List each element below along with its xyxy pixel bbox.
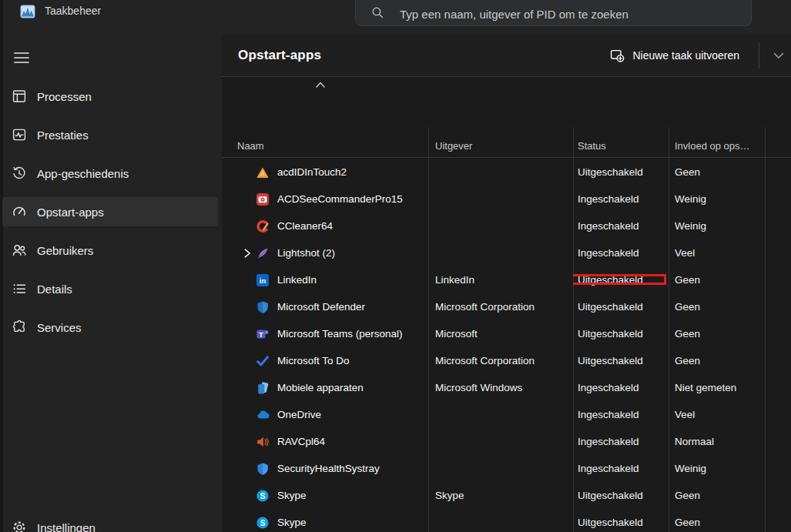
publisher-cell: Microsoft Windows <box>428 382 573 393</box>
sidebar-item-services[interactable]: Services <box>2 313 218 342</box>
todo-app-icon <box>256 354 270 368</box>
svg-text:S: S <box>260 518 266 527</box>
table-row[interactable]: T Microsoft Teams (personal) Microsoft U… <box>222 320 791 347</box>
table-body: acdIDInTouch2 Uitgeschakeld Geen ACDSeeC… <box>222 159 791 532</box>
table-row[interactable]: CCleaner64 Ingeschakeld Weinig <box>222 212 791 239</box>
menu-toggle-button[interactable] <box>7 43 36 72</box>
app-history-icon <box>12 166 27 181</box>
status-cell: Ingeschakeld <box>573 193 669 205</box>
skype-app-icon: S <box>256 516 270 530</box>
lightshot-app-icon <box>256 246 270 260</box>
svg-text:in: in <box>260 276 266 284</box>
expander-spacer <box>239 194 256 205</box>
expander-spacer <box>239 302 256 313</box>
expander-spacer <box>239 437 256 447</box>
expander-spacer <box>239 410 256 420</box>
table-row[interactable]: in LinkedIn LinkedIn Uitgeschakeld Geen <box>222 266 791 293</box>
table-row[interactable]: S Skype Skype Uitgeschakeld Geen <box>222 482 791 509</box>
svg-text:S: S <box>260 491 266 500</box>
expander-spacer <box>239 167 256 178</box>
column-header-invloed[interactable]: Invloed op ops… <box>675 140 750 152</box>
search-icon <box>371 6 384 19</box>
search-input[interactable] <box>400 8 740 21</box>
teams-app-icon: T <box>256 327 270 341</box>
sidebar-item-label: Processen <box>37 90 92 103</box>
table-row[interactable]: OneDrive Ingeschakeld Veel <box>222 401 791 428</box>
acdsee-app-icon <box>256 192 270 206</box>
impact-cell: Veel <box>669 409 765 420</box>
startup-apps-icon <box>12 204 27 219</box>
sidebar-item-instellingen[interactable]: Instellingen <box>2 513 218 532</box>
name-cell: CCleaner64 <box>222 219 428 233</box>
page-header: Opstart-apps Nieuwe taak uitvoeren <box>222 35 791 77</box>
mobile-devices-app-icon <box>256 381 270 395</box>
acdid-app-icon <box>256 166 270 179</box>
app-name: Skype <box>277 490 307 501</box>
app-name: Microsoft Teams (personal) <box>277 328 403 340</box>
expander-spacer <box>239 490 256 501</box>
impact-cell: Weinig <box>669 220 765 232</box>
status-cell: Ingeschakeld <box>573 220 669 232</box>
table-row[interactable]: Microsoft To Do Microsoft Corporation Ui… <box>222 347 791 374</box>
processes-icon <box>12 89 27 104</box>
linkedin-app-icon: in <box>256 273 270 287</box>
publisher-cell: Microsoft Corporation <box>428 301 573 313</box>
sidebar-item-gebruikers[interactable]: Gebruikers <box>2 236 218 265</box>
app-name: RAVCpl64 <box>277 436 325 447</box>
app-name: SecurityHealthSystray <box>277 463 380 474</box>
window-title: Taakbeheer <box>45 0 101 22</box>
more-actions-button[interactable] <box>766 41 791 70</box>
status-cell: Uitgeschakeld <box>573 274 669 286</box>
app-name: Microsoft To Do <box>277 355 350 366</box>
publisher-cell: Microsoft Corporation <box>428 355 573 366</box>
ravcpl-app-icon <box>256 435 270 449</box>
table-row[interactable]: ACDSeeCommanderPro15 Ingeschakeld Weinig <box>222 186 791 212</box>
security-health-app-icon <box>256 462 270 476</box>
run-new-task-button[interactable]: Nieuwe taak uitvoeren <box>600 42 749 69</box>
content-panel: Opstart-apps Nieuwe taak uitvoeren Naam … <box>222 35 791 532</box>
app-name: Microsoft Defender <box>277 301 365 313</box>
search-box[interactable] <box>355 0 752 26</box>
column-header-uitgever[interactable]: Uitgever <box>435 140 472 152</box>
sidebar-item-opstart-apps[interactable]: Opstart-apps <box>2 197 218 226</box>
column-header-naam[interactable]: Naam <box>237 140 264 152</box>
impact-cell: Weinig <box>669 193 765 205</box>
table-row[interactable]: SecurityHealthSystray Ingeschakeld Weini… <box>222 455 791 482</box>
sidebar-item-label: Opstart-apps <box>37 206 104 219</box>
users-icon <box>12 243 27 258</box>
publisher-cell: Skype <box>428 490 573 501</box>
publisher-cell: Microsoft <box>428 328 573 340</box>
impact-cell: Weinig <box>669 463 765 474</box>
name-cell: SecurityHealthSystray <box>222 462 428 476</box>
sidebar-item-app-geschiedenis[interactable]: App-geschiedenis <box>2 159 218 188</box>
table-row[interactable]: RAVCpl64 Ingeschakeld Normaal <box>222 428 791 455</box>
table-row[interactable]: Microsoft Defender Microsoft Corporation… <box>222 293 791 320</box>
sidebar-item-label: Services <box>37 321 82 334</box>
app-name: OneDrive <box>277 409 321 420</box>
table-row[interactable]: Mobiele apparaten Microsoft Windows Inge… <box>222 374 791 401</box>
name-cell: OneDrive <box>222 408 428 422</box>
sidebar-item-prestaties[interactable]: Prestaties <box>2 120 218 149</box>
status-cell: Uitgeschakeld <box>573 166 669 178</box>
column-header-status[interactable]: Status <box>578 140 606 152</box>
impact-cell: Veel <box>669 247 765 259</box>
name-cell: Mobiele apparaten <box>222 381 428 395</box>
sidebar-item-processen[interactable]: Processen <box>2 82 218 111</box>
name-cell: S Skype <box>222 489 428 503</box>
name-cell: S Skype <box>222 516 428 530</box>
app-name: LinkedIn <box>277 274 317 286</box>
status-cell: Ingeschakeld <box>573 382 669 393</box>
impact-cell: Normaal <box>669 436 765 447</box>
status-cell: Uitgeschakeld <box>573 328 669 340</box>
app-name: Skype <box>277 517 307 528</box>
table-row[interactable]: acdIDInTouch2 Uitgeschakeld Geen <box>222 159 791 186</box>
chevron-down-icon <box>773 49 785 62</box>
svg-text:T: T <box>259 330 263 338</box>
status-cell: Ingeschakeld <box>573 463 669 474</box>
name-cell: in LinkedIn <box>222 273 428 287</box>
chevron-right-icon[interactable] <box>239 248 256 259</box>
sidebar-item-label: Prestaties <box>37 129 89 142</box>
table-row[interactable]: Lightshot (2) Ingeschakeld Veel <box>222 239 791 266</box>
table-row[interactable]: S Skype Uitgeschakeld Geen <box>222 509 791 532</box>
sidebar-item-details[interactable]: Details <box>2 274 218 303</box>
